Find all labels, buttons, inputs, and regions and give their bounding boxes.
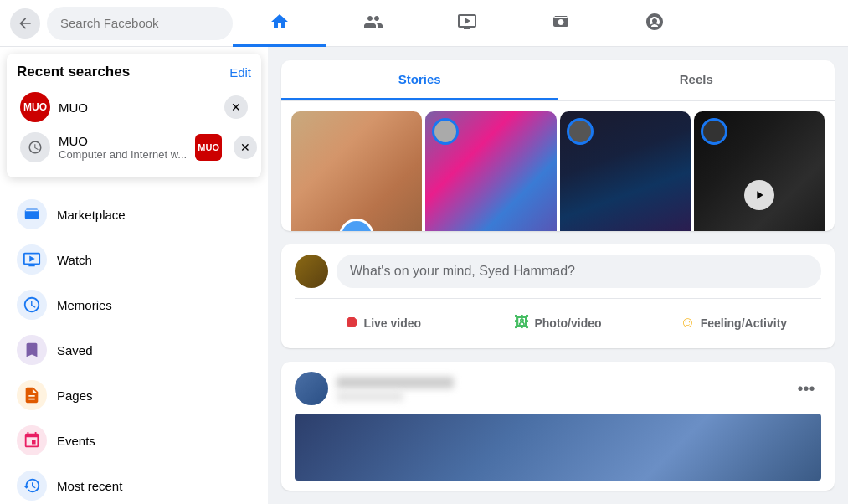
main-content: Stories Reels ■■■■■ [268,47,848,504]
tab-stories[interactable]: Stories [281,60,558,100]
story-item[interactable] [291,111,422,231]
muo-badge: MUO [195,134,222,161]
live-video-icon: ⏺ [344,314,359,332]
photo-video-label: Photo/video [534,316,601,330]
watch-icon [17,244,47,275]
story-item[interactable]: ■■■■■ [425,111,556,231]
memories-icon [17,290,47,320]
search-item-sub: Computer and Internet w... [59,148,187,161]
feed-user-avatar [295,372,328,405]
remove-search-button[interactable]: ✕ [234,136,257,159]
most-recent-icon [17,471,47,501]
pages-icon [17,380,47,410]
story-avatar [432,118,459,145]
feed-card: ••• [281,362,835,491]
search-item-name: MUO [59,134,187,148]
sidebar: Recent searches Edit MUO MUO ✕ M [0,47,268,504]
sidebar-item-label: Saved [57,343,93,357]
stories-card: Stories Reels ■■■■■ [281,60,835,231]
sidebar-item-events[interactable]: Events [7,419,261,462]
search-input[interactable] [47,7,233,40]
sidebar-item-label: Memories [57,298,112,312]
sidebar-item-saved[interactable]: Saved [7,328,261,372]
sidebar-item-memories[interactable]: Memories [7,283,261,327]
stories-grid: ■■■■■ ■■■■■ ■■■■■ [281,101,835,231]
post-box: What's on your mind, Syed Hammad? ⏺ Live… [281,244,835,348]
sidebar-item-label: Watch [57,253,92,267]
search-item-name: MUO [59,100,216,115]
post-placeholder: What's on your mind, Syed Hammad? [350,264,575,279]
feed-image [295,414,821,481]
sidebar-item-marketplace[interactable]: Marketplace [7,193,261,236]
stories-tabs: Stories Reels [281,60,835,101]
marketplace-icon [17,199,47,229]
avatar: MUO [20,92,50,122]
post-input[interactable]: What's on your mind, Syed Hammad? [337,255,821,288]
search-dropdown: Recent searches Edit MUO MUO ✕ M [7,54,261,177]
search-item-text: MUO [59,100,216,115]
remove-search-button[interactable]: ✕ [224,95,248,119]
live-video-label: Live video [364,316,421,330]
friends-nav-button[interactable] [326,0,420,47]
top-navigation [0,0,848,47]
sidebar-item-label: Marketplace [57,208,126,222]
recent-searches-header: Recent searches Edit [17,64,251,80]
feeling-icon: ☺ [680,314,695,332]
story-add-icon [339,219,374,231]
edit-searches-button[interactable]: Edit [229,65,251,80]
sidebar-nav: Marketplace Watch Memories [0,184,268,504]
sidebar-item-label: Most recent [57,479,122,493]
user-avatar [295,255,328,288]
story-item[interactable]: ■■■■■ [694,111,825,231]
sidebar-item-watch[interactable]: Watch [7,238,261,281]
watch-nav-button[interactable] [420,0,514,47]
feed-name-row [337,377,783,401]
story-item[interactable]: ■■■■■ [560,111,691,231]
nav-left [10,7,233,40]
story-avatar [567,118,594,145]
search-result-item[interactable]: MUO Computer and Internet w... MUO ✕ [17,127,251,167]
feed-meta [337,392,403,401]
events-icon [17,425,47,455]
search-item-text: MUO Computer and Internet w... [59,134,187,161]
photo-video-icon: 🖼 [514,314,529,332]
feed-more-button[interactable]: ••• [791,373,821,404]
tab-reels[interactable]: Reels [558,60,835,100]
home-nav-button[interactable] [233,0,326,47]
story-avatar [701,118,727,145]
back-button[interactable] [10,8,40,39]
sidebar-item-pages[interactable]: Pages [7,373,261,417]
post-actions: ⏺ Live video 🖼 Photo/video ☺ Feeling/Act… [295,298,821,338]
feed-header: ••• [295,372,821,405]
saved-icon [17,335,47,365]
play-button-icon [744,180,774,210]
live-video-button[interactable]: ⏺ Live video [295,307,470,338]
feeling-label: Feeling/Activity [701,316,787,330]
recent-searches-title: Recent searches [17,64,130,80]
feeling-activity-button[interactable]: ☺ Feeling/Activity [645,307,821,338]
nav-center [233,0,702,47]
sidebar-item-label: Pages [57,388,93,403]
photo-video-button[interactable]: 🖼 Photo/video [470,307,646,338]
search-result-item[interactable]: MUO MUO ✕ [17,87,251,127]
feed-user-name [337,377,454,388]
sidebar-item-most-recent[interactable]: Most recent [7,464,261,504]
post-input-row: What's on your mind, Syed Hammad? [295,255,821,288]
groups-nav-button[interactable] [608,0,702,47]
clock-icon [20,132,50,162]
marketplace-nav-button[interactable] [514,0,608,47]
main-layout: Recent searches Edit MUO MUO ✕ M [0,47,848,504]
sidebar-item-label: Events [57,434,95,448]
